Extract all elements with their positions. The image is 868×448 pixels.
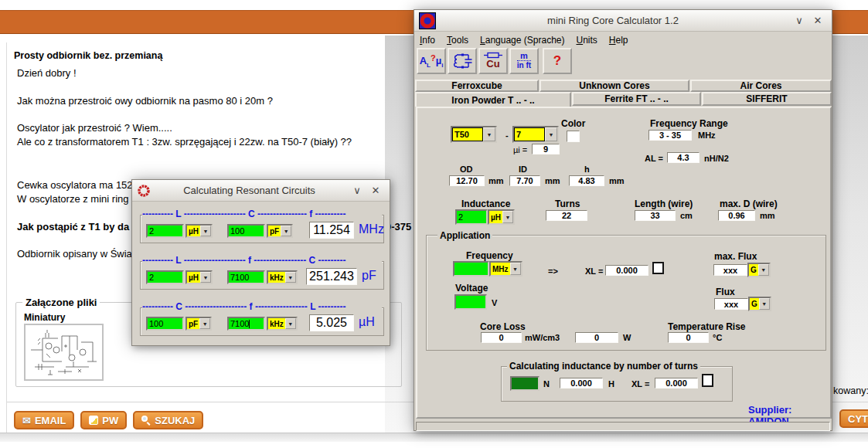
max-wire-d-label: max. D (wire) bbox=[720, 199, 778, 209]
attachment-thumbnail[interactable] bbox=[24, 324, 104, 381]
max-flux-value: xxx bbox=[713, 264, 747, 276]
temperature-rise-unit: °C bbox=[713, 333, 722, 342]
chevron-down-icon[interactable]: ▼ bbox=[510, 263, 521, 275]
al-mu-icon: AL?µi bbox=[420, 54, 444, 69]
resonant-row2-unit1-combo[interactable]: µH ▼ bbox=[186, 270, 213, 284]
mu-label: µi = bbox=[513, 145, 527, 154]
core-series-combo[interactable]: T50 ▼ bbox=[451, 126, 497, 143]
attachments-miniatures-label: Miniatury bbox=[24, 312, 65, 323]
tab-unknown-cores[interactable]: Unknown Cores bbox=[540, 80, 689, 92]
chevron-down-icon[interactable]: ▼ bbox=[502, 211, 513, 223]
close-icon[interactable]: ✕ bbox=[808, 15, 827, 26]
email-button[interactable]: ✉ EMAIL bbox=[14, 411, 74, 429]
core-loss-label: Core Loss bbox=[480, 321, 526, 332]
edited-note-fragment: kowany: W bbox=[833, 385, 868, 396]
flux-unit-combo[interactable]: G ▼ bbox=[748, 297, 771, 311]
al-value: 4.3 bbox=[667, 152, 700, 163]
unit-value: kHz bbox=[268, 318, 285, 329]
minimize-icon[interactable]: ∨ bbox=[790, 15, 808, 26]
cytuj-button[interactable]: CYTUJ bbox=[839, 409, 868, 428]
chevron-down-icon[interactable]: ▼ bbox=[545, 127, 557, 141]
inductance-input[interactable] bbox=[455, 209, 488, 225]
tab-iron-powder[interactable]: Iron Powder T .. - .. bbox=[415, 92, 571, 107]
chevron-down-icon[interactable]: ▼ bbox=[281, 226, 291, 236]
chevron-down-icon[interactable]: ▼ bbox=[200, 226, 211, 236]
units-m-inft-button[interactable]: m in ft bbox=[509, 48, 539, 74]
resonant-row2-value2-input[interactable] bbox=[227, 270, 265, 284]
app-frequency-unit-combo[interactable]: MHz ▼ bbox=[489, 261, 523, 277]
ring-icon bbox=[137, 184, 151, 198]
core-size-combo[interactable]: 7 ▼ bbox=[512, 126, 559, 143]
menu-help[interactable]: Help bbox=[609, 35, 628, 46]
resonant-row3-unit1-combo[interactable]: pF ▼ bbox=[186, 317, 212, 331]
resonant-row2-result-unit: pF bbox=[362, 269, 376, 283]
max-wire-d-unit: mm bbox=[760, 211, 775, 220]
cu-label: Cu bbox=[486, 59, 499, 70]
help-icon: ? bbox=[553, 53, 561, 69]
resonant-row1-unit1-combo[interactable]: µH ▼ bbox=[186, 224, 213, 238]
app-frequency-label: Frequency bbox=[466, 250, 513, 261]
resonant-row1-value2-input[interactable] bbox=[227, 224, 265, 238]
max-flux-unit-combo[interactable]: G ▼ bbox=[747, 263, 771, 277]
id-unit: mm bbox=[545, 176, 560, 185]
resonant-row2-unit2-combo[interactable]: kHz ▼ bbox=[267, 270, 298, 284]
szukaj-button-label: SZUKAJ bbox=[155, 415, 195, 426]
chevron-down-icon[interactable]: ▼ bbox=[285, 272, 296, 283]
menu-language[interactable]: Language (Sprache) bbox=[480, 35, 564, 46]
menu-tools[interactable]: Tools bbox=[447, 35, 468, 46]
resonant-circuit-button[interactable] bbox=[448, 48, 477, 74]
resonant-row3-value1-input[interactable] bbox=[146, 317, 184, 331]
szukaj-button[interactable]: SZUKAJ bbox=[133, 411, 203, 429]
unit-value: µH bbox=[489, 211, 502, 223]
pw-button[interactable]: PW bbox=[80, 411, 127, 429]
app-xl-checkbox[interactable] bbox=[652, 262, 664, 274]
iron-powder-panel: T50 ▼ - 7 ▼ µi = 9 Color Frequency Range… bbox=[416, 107, 832, 419]
voltage-input[interactable] bbox=[454, 294, 487, 310]
chevron-down-icon[interactable]: ▼ bbox=[758, 264, 769, 276]
al-permeability-button[interactable]: AL?µi bbox=[417, 48, 446, 74]
inductance-unit-combo[interactable]: µH ▼ bbox=[488, 209, 515, 225]
chevron-down-icon[interactable]: ▼ bbox=[483, 127, 495, 141]
close-icon[interactable]: ✕ bbox=[366, 185, 385, 196]
menu-info[interactable]: Info bbox=[420, 35, 435, 46]
toolbar: AL?µi Cu bbox=[417, 48, 572, 74]
inch-feet-label: in ft bbox=[517, 61, 531, 70]
copper-wire-button[interactable]: Cu bbox=[478, 48, 508, 74]
chevron-down-icon[interactable]: ▼ bbox=[285, 318, 296, 329]
ring-core-calculator-window: mini Ring Core Calculator 1.2 ∨ ✕ Info T… bbox=[414, 9, 832, 431]
tab-air-cores[interactable]: Air Cores bbox=[690, 80, 832, 92]
turns-xl-checkbox[interactable] bbox=[702, 374, 713, 387]
unit-value: G bbox=[749, 264, 758, 276]
schematic-thumbnail-image bbox=[27, 327, 100, 378]
calculator-titlebar[interactable]: mini Ring Core Calculator 1.2 ∨ ✕ bbox=[414, 10, 832, 32]
resonant-row2-value1-input[interactable] bbox=[146, 270, 184, 284]
turns-count-input[interactable] bbox=[510, 376, 540, 391]
private-message-icon bbox=[89, 416, 98, 425]
turns-label: Turns bbox=[555, 199, 580, 209]
unit-value: pF bbox=[268, 226, 281, 236]
unit-value: kHz bbox=[268, 272, 285, 283]
id-label: ID bbox=[519, 165, 527, 174]
chevron-down-icon[interactable]: ▼ bbox=[759, 298, 770, 310]
app-frequency-input[interactable] bbox=[453, 261, 489, 277]
post-action-buttons: ✉ EMAIL PW SZUKAJ bbox=[14, 411, 203, 429]
resonant-row3-value2-input[interactable]: 7100 bbox=[227, 317, 265, 331]
tab-ferrite-ft[interactable]: Ferrite FT .. - .. bbox=[572, 92, 701, 106]
chevron-down-icon[interactable]: ▼ bbox=[199, 318, 210, 329]
pw-button-label: PW bbox=[102, 415, 118, 426]
unit-value: MHz bbox=[491, 263, 510, 275]
tab-sifferit[interactable]: SIFFERIT bbox=[702, 92, 832, 106]
tab-ferroxcube[interactable]: Ferroxcube bbox=[415, 80, 539, 92]
resonant-row1-unit2-combo[interactable]: pF ▼ bbox=[267, 224, 293, 238]
minimize-icon[interactable]: ∨ bbox=[348, 185, 366, 196]
inductance-label: Inductance bbox=[461, 199, 510, 209]
help-button[interactable]: ? bbox=[543, 48, 572, 74]
menu-units[interactable]: Units bbox=[576, 35, 597, 46]
chevron-down-icon[interactable]: ▼ bbox=[200, 272, 211, 283]
resonant-row3-unit2-combo[interactable]: kHz ▼ bbox=[267, 317, 298, 331]
temperature-rise-value: 0 bbox=[668, 332, 709, 343]
resonant-row1-value1-input[interactable] bbox=[146, 224, 184, 238]
id-value: 7.70 bbox=[509, 175, 540, 186]
voltage-unit: V bbox=[492, 298, 497, 307]
resonant-titlebar[interactable]: Calculating Resonant Circuits ∨ ✕ bbox=[132, 180, 390, 202]
